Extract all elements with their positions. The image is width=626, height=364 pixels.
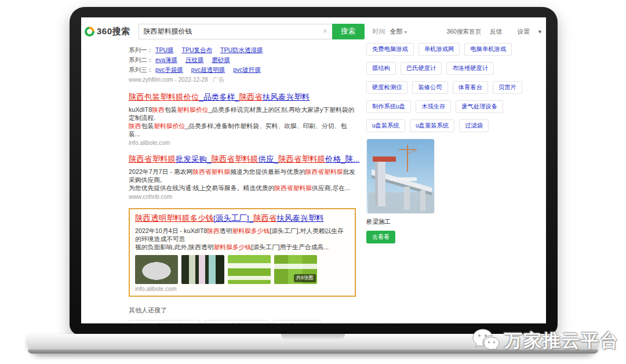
360-logo-icon [85,27,94,37]
ad-link[interactable]: TPU膜 [155,46,174,53]
ad-link[interactable]: pvc超透明膜 [191,66,225,73]
sidebar-row: 硬度检测仪 装修公司 体育看台 贝雷片 [366,81,540,94]
result-description: 为您优先提供在线沟通:线上交易等服务。精选优质的陕西省塑料膜供应商,尽在... [129,184,356,192]
chevron-down-icon: ▾ [405,30,407,35]
result-description: 2022年10月4日 - kuXdIT8陕西透明塑料膜多少钱[源头工厂],对人类… [135,227,350,243]
ad-series-row: 系列一：TPU膜TPU复合布TPU防水透湿膜 [129,46,356,54]
header-links: 360搜索首页 反馈 设置 ▾ [439,28,541,36]
feedback-link[interactable]: 反馈 [490,28,502,35]
sidebar-row: u盘装系统 u盘重装系统 过滤袋 [366,119,540,132]
result-description: 2022年7月7日 - 惠农网陕西省塑料膜频道为您提供最新与优质的陕西省塑料膜批… [129,168,356,184]
result-description: kuXdIT8陕西包装塑料膜价位_品类多样说完材质上的区别,再给大家讲y下塑料袋… [129,105,356,122]
related-searches: 其他人还搜了 陕西连栋塑料温室价格 陕西pvc塑料膜厂家 陕西塑料膜厂 陕西塑料… [129,306,356,323]
bridge-photo[interactable] [366,139,435,214]
sidebar-chip[interactable]: u盘重装系统 [410,119,454,132]
result-url: info.alibole.com [129,140,356,146]
result-title-link[interactable]: 陕西包装塑料膜价位_品类多样_陕西省扶风泰兴塑料 [129,92,356,103]
ad-series-row: 系列二：eva薄膜压纹膜磨砂膜 [129,56,356,64]
page-background: 360搜索 陕西塑料膜价钱 × 搜索 时间 全部 ▾ 360搜索首页 反馈 [0,0,626,364]
thumbnail-image[interactable] [135,255,178,284]
image-caption: 桥梁施工 [366,218,435,226]
browser-screen: 360搜索 陕西塑料膜价钱 × 搜索 时间 全部 ▾ 360搜索首页 反馈 [81,17,546,323]
sidebar-chip[interactable]: 体育看台 [453,81,488,94]
sidebar-column: 免费电脑游戏 单机游戏网 电脑单机游戏 膜结构 巴氏硬度计 布洛维硬度计 硬度检… [366,43,540,243]
ad-tag: 广告 [213,77,224,83]
sidebar-chip[interactable]: 布洛维硬度计 [446,62,494,75]
sidebar-row: 免费电脑游戏 单机游戏网 电脑单机游戏 [366,43,540,56]
sidebar-row: 膜结构 巴氏硬度计 布洛维硬度计 [366,62,540,75]
result-url: info.alibole.com [135,286,350,292]
watermark: 万家推云平台 [471,326,619,356]
search-input[interactable]: 陕西塑料膜价钱 × [139,24,332,39]
ad-block: 系列一：TPU膜TPU复合布TPU防水透湿膜 系列二：eva薄膜压纹膜磨砂膜 系… [129,46,356,84]
home-link[interactable]: 360搜索首页 [446,28,481,35]
ad-meta: www.zyhfilm.com - 2022-12-28广告 [129,76,356,84]
sidebar-chip[interactable]: 单机游戏网 [418,43,460,56]
result-url: www.cnhnb.com [129,194,356,200]
search-header: 360搜索 陕西塑料膜价钱 × 搜索 时间 全部 ▾ 360搜索首页 反馈 [81,17,546,45]
sidebar-chip[interactable]: 巴氏硬度计 [401,62,442,75]
laptop-lid: 360搜索 陕西塑料膜价钱 × 搜索 时间 全部 ▾ 360搜索首页 反馈 [70,7,558,335]
search-query-text: 陕西塑料膜价钱 [144,27,323,37]
sidebar-chip[interactable]: 装修公司 [412,81,447,94]
thumbnail-image[interactable]: 共6张图 [274,255,317,284]
related-chip[interactable]: 陕西塑料膜厂 [273,320,321,323]
sidebar-chip[interactable]: 过滤袋 [459,119,489,132]
related-chip[interactable]: 陕西连栋塑料温室价格 [129,320,200,323]
ad-series-row: 系列三：pvc手袋膜pvc超透明膜pvc玻纤膜 [129,66,356,74]
sidebar-row: 制作系统u盘 木筏生存 废气处理设备 [366,100,540,113]
thumbnail-image[interactable] [181,255,224,284]
result-description: 视的负面影响,此外,陕西透明塑料膜多少钱[源头工厂]用于生产合成高... [135,243,350,251]
watermark-text: 万家推云平台 [504,329,619,353]
search-form: 陕西塑料膜价钱 × 搜索 [139,24,365,39]
result-title-link[interactable]: 陕西省塑料膜批发采购_陕西省塑料膜供应_陕西省塑料膜价格_陕... [129,154,356,165]
chevron-down-icon: ▾ [538,28,541,35]
settings-link[interactable]: 设置 ▾ [511,28,541,35]
scope-filter[interactable]: 全部 [390,28,403,35]
ad-link[interactable]: TPU复合布 [182,46,213,53]
related-chip[interactable]: 陕西pvc塑料膜厂家 [205,320,268,323]
sidebar-chip[interactable]: 膜结构 [366,62,396,75]
related-row: 陕西连栋塑料温室价格 陕西pvc塑料膜厂家 陕西塑料膜厂 [129,320,356,323]
search-result: 陕西包装塑料膜价位_品类多样_陕西省扶风泰兴塑料 kuXdIT8陕西包装塑料膜价… [129,92,356,146]
search-result: 陕西省塑料膜批发采购_陕西省塑料膜供应_陕西省塑料膜价格_陕... 2022年7… [129,154,356,200]
results-column: 系列一：TPU膜TPU复合布TPU防水透湿膜 系列二：eva薄膜压纹膜磨砂膜 系… [129,46,356,323]
ad-link[interactable]: 压纹膜 [185,56,204,63]
ad-link[interactable]: pvc手袋膜 [155,66,183,73]
result-thumbnails: 共6张图 [135,255,350,284]
sidebar-chip[interactable]: 木筏生存 [416,100,451,113]
wechat-icon [471,326,501,356]
sidebar-chip[interactable]: 贝雷片 [493,81,522,94]
result-title-link[interactable]: 陕西透明塑料膜多少钱[源头工厂]_陕西省扶风泰兴塑料 [135,213,350,224]
ad-link[interactable]: pvc玻纤膜 [233,66,261,73]
360-logo-text: 360搜索 [97,26,130,37]
result-description: 陕西包装塑料膜价位_品类多样,准备制作塑料袋、买料、吹膜、印刷、分切、包装... [129,122,356,138]
search-result: 陕西透明塑料膜多少钱[源头工厂]_陕西省扶风泰兴塑料 2022年10月4日 - … [135,213,350,292]
time-filter-label[interactable]: 时间 [373,28,385,35]
sidebar-chip[interactable]: 废气处理设备 [456,100,503,113]
sidebar-chip[interactable]: 免费电脑游戏 [366,43,414,56]
ad-link[interactable]: eva薄膜 [155,56,177,63]
highlight-box: 陕西透明塑料膜多少钱[源头工厂]_陕西省扶风泰兴塑料 2022年10月4日 - … [129,208,356,297]
sidebar-chip[interactable]: u盘装系统 [366,119,405,132]
sidebar-chip[interactable]: 制作系统u盘 [366,100,411,113]
sidebar-chip[interactable]: 电脑单机游戏 [464,43,512,56]
ad-link[interactable]: 磨砂膜 [212,56,230,63]
360-logo[interactable]: 360搜索 [85,26,130,37]
search-filters: 时间 全部 ▾ [373,27,407,36]
sidebar-chip[interactable]: 硬度检测仪 [366,81,407,94]
laptop-notch [281,334,345,340]
ad-link[interactable]: TPU防水透湿膜 [220,46,263,53]
clear-icon[interactable]: × [323,27,327,35]
image-count-badge: 共6张图 [294,274,316,282]
related-heading: 其他人还搜了 [129,306,356,315]
sidebar-image-card: 桥梁施工 去看看 [366,139,435,243]
go-see-button[interactable]: 去看看 [366,231,395,243]
thumbnail-image[interactable] [228,255,271,284]
search-button[interactable]: 搜索 [332,24,365,39]
